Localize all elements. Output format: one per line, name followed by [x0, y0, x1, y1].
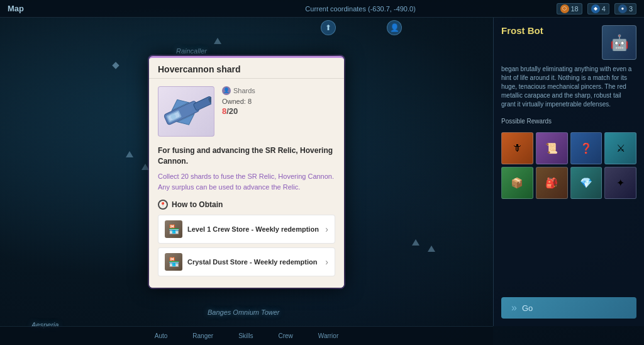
crew-store-icon: 🏪 — [165, 220, 182, 238]
shard-type-icon: 👤 — [222, 86, 231, 95]
map-label: Map — [8, 4, 24, 13]
tab-auto[interactable]: Auto — [155, 332, 168, 339]
frost-bot-title: Frost Bot — [501, 25, 592, 36]
shards-type-label: 👤 Shards — [222, 86, 335, 95]
right-panel: Frost Bot 🤖 began brutally eliminating a… — [493, 18, 644, 326]
owned-label: Owned: 8 — [222, 98, 335, 105]
frost-bot-description: began brutally eliminating anything with… — [501, 65, 636, 109]
obtain-section: 📍 How to Obtain 🏪 Level 1 Crew Store - W… — [158, 200, 335, 276]
reward-item-8: ✦ — [604, 167, 636, 199]
top-bar: Map Current coordinates (-630.7, -490.0)… — [0, 0, 644, 18]
resource-icon-3: ● — [618, 4, 627, 13]
reward-item-3: ❓ — [570, 132, 602, 164]
reward-item-5: 📦 — [501, 167, 533, 199]
crew-store-label: Level 1 Crew Store - Weekly redemption — [187, 225, 320, 233]
badge-1: ⬡ 18 — [557, 3, 582, 14]
badge-2: ◆ 4 — [587, 3, 609, 14]
bottom-bar: Auto Ranger Skills Crew Warrior — [0, 326, 493, 345]
badge-count-2: 4 — [602, 5, 606, 13]
item-description-main: For fusing and advancing the SR Relic, H… — [158, 145, 335, 167]
item-info-row: 👤 Shards Owned: 8 8/20 — [158, 86, 335, 137]
progress-display: 8/20 — [222, 106, 335, 116]
item-image — [161, 89, 211, 133]
badge-count-3: 3 — [629, 5, 633, 13]
rewards-grid: 🗡 📜 ❓ ⚔ 📦 🎒 💎 ✦ — [501, 132, 636, 199]
svg-rect-2 — [193, 96, 211, 111]
reward-item-4: ⚔ — [604, 132, 636, 164]
obtain-header-label: How to Obtain — [172, 200, 223, 209]
badge-3: ● 3 — [614, 3, 636, 14]
modal-overlay: Hovercannon shard — [0, 18, 493, 326]
item-description-detail: Collect 20 shards to fuse the SR Relic, … — [158, 171, 335, 192]
crystal-store-chevron-icon: › — [325, 257, 328, 267]
shard-type-text: Shards — [233, 87, 255, 94]
tab-skills[interactable]: Skills — [238, 332, 253, 339]
crystal-store-icon: 🏪 — [165, 253, 182, 271]
modal-body: 👤 Shards Owned: 8 8/20 For fusing and ad… — [149, 79, 344, 288]
obtain-item-crew-store[interactable]: 🏪 Level 1 Crew Store - Weekly redemption… — [158, 215, 335, 244]
modal-header: Hovercannon shard — [149, 58, 344, 79]
possible-rewards-label: Possible Rewards — [501, 118, 636, 125]
tab-crew[interactable]: Crew — [278, 332, 292, 339]
tab-warrior[interactable]: Warrior — [318, 332, 338, 339]
progress-total: 20 — [229, 106, 238, 116]
obtain-location-icon: 📍 — [158, 200, 168, 210]
tab-ranger[interactable]: Ranger — [192, 332, 213, 339]
item-stats: 👤 Shards Owned: 8 8/20 — [222, 86, 335, 116]
modal-title: Hovercannon shard — [158, 64, 335, 74]
resource-icon-2: ◆ — [591, 4, 600, 13]
crew-store-chevron-icon: › — [325, 224, 328, 234]
obtain-header: 📍 How to Obtain — [158, 200, 335, 210]
reward-item-7: 💎 — [570, 167, 602, 199]
item-image-box — [158, 86, 214, 137]
cannon-shard-svg — [161, 89, 211, 133]
go-button-label: Go — [522, 303, 533, 313]
obtain-item-crystal-store[interactable]: 🏪 Crystal Dust Store - Weekly redemption… — [158, 247, 335, 276]
go-button[interactable]: » Go — [501, 297, 636, 319]
badge-count-1: 18 — [571, 5, 579, 13]
resource-icon-1: ⬡ — [560, 4, 569, 13]
reward-item-6: 🎒 — [536, 167, 568, 199]
frost-bot-image: 🤖 — [602, 25, 636, 60]
reward-item-1: 🗡 — [501, 132, 533, 164]
go-arrows-icon: » — [511, 302, 517, 314]
resource-badges: ⬡ 18 ◆ 4 ● 3 — [557, 3, 637, 14]
reward-item-2: 📜 — [536, 132, 568, 164]
crystal-store-label: Crystal Dust Store - Weekly redemption — [187, 258, 320, 266]
coordinates-display: Current coordinates (-630.7, -490.0) — [305, 5, 415, 13]
item-detail-modal: Hovercannon shard — [149, 56, 344, 288]
